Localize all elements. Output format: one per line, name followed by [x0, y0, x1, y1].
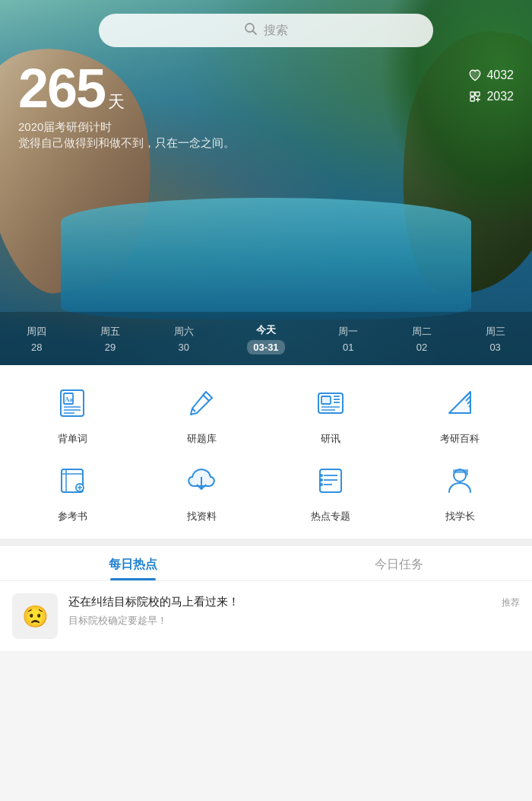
tabs-section: 每日热点 今日任务 😟 还在纠结目标院校的马上看过来！ 目标院校确定要趁早！ 推…: [0, 546, 532, 652]
likes-count: 4032: [486, 68, 514, 82]
search-placeholder-text: 搜索: [264, 23, 288, 39]
menu-item-reference[interactable]: 参考书: [8, 458, 137, 523]
news-subtitle-0: 目标院校确定要趁早！: [68, 614, 491, 628]
svg-point-36: [320, 483, 323, 486]
tabs-header: 每日热点 今日任务: [0, 546, 532, 581]
news-label: 研讯: [321, 432, 340, 446]
question-bank-label: 研题库: [187, 432, 217, 446]
news-content-0: 还在纠结目标院校的马上看过来！ 目标院校确定要趁早！: [68, 593, 491, 628]
tab-today-tasks[interactable]: 今日任务: [266, 546, 532, 580]
vocabulary-label: 背单词: [58, 432, 87, 446]
svg-rect-39: [466, 469, 468, 475]
cal-day-tue[interactable]: 周二 02: [412, 325, 432, 353]
senior-label: 找学长: [445, 510, 475, 523]
heart-icon: [468, 68, 482, 82]
news-icon: [309, 380, 353, 424]
menu-item-news[interactable]: 研讯: [266, 380, 395, 446]
svg-point-34: [320, 474, 323, 477]
svg-rect-4: [470, 97, 474, 101]
tab-daily-hot-label: 每日热点: [109, 557, 157, 573]
encyclopedia-label: 考研百科: [440, 432, 480, 446]
exam-subtitle: 觉得自己做得到和做不到，只在一念之间。: [18, 136, 235, 151]
graduate-icon: [438, 458, 482, 502]
svg-rect-38: [453, 469, 467, 473]
menu-item-senior[interactable]: 找学长: [395, 458, 524, 523]
svg-rect-2: [470, 92, 474, 96]
cal-day-today[interactable]: 今天 03-31: [247, 323, 284, 354]
menu-item-materials[interactable]: 找资料: [137, 458, 266, 523]
menu-item-topics[interactable]: 热点专题: [266, 458, 395, 523]
likes-stat: 4032: [468, 68, 514, 82]
news-avatar-0: 😟: [12, 593, 58, 639]
menu-item-encyclopedia[interactable]: 考研百科: [395, 380, 524, 446]
search-bar[interactable]: 搜索: [99, 14, 433, 47]
share-icon: [468, 90, 482, 103]
hero-stats: 265 天 2020届考研倒计时 觉得自己做得到和做不到，只在一念之间。: [18, 61, 235, 151]
calendar-strip: 周四 28 周五 29 周六 30 今天 03-31 周一 01 周二 02 周…: [0, 312, 532, 365]
days-count: 265: [18, 61, 105, 116]
svg-text:Aa: Aa: [65, 396, 73, 403]
svg-rect-3: [476, 92, 480, 96]
menu-item-question-bank[interactable]: 研题库: [137, 380, 266, 446]
list-icon: [309, 458, 353, 502]
svg-line-1: [253, 31, 257, 35]
hero-right-stats: 4032 2032: [468, 68, 514, 103]
reference-label: 参考书: [58, 510, 87, 523]
materials-label: 找资料: [187, 510, 217, 523]
pen-icon: [179, 380, 223, 424]
cal-day-wed[interactable]: 周三 03: [486, 325, 505, 353]
search-icon: [244, 22, 258, 39]
book-icon: [50, 458, 94, 502]
tab-daily-hot[interactable]: 每日热点: [0, 546, 266, 580]
menu-item-vocabulary[interactable]: Aa 背单词: [8, 380, 137, 446]
shares-stat: 2032: [468, 90, 514, 103]
svg-rect-12: [321, 396, 331, 404]
hero-water: [61, 198, 471, 319]
menu-grid: Aa 背单词 研题库: [8, 380, 524, 523]
download-icon: [179, 458, 223, 502]
hero-section: 搜索 265 天 2020届考研倒计时 觉得自己做得到和做不到，只在一念之间。 …: [0, 0, 532, 365]
tab-today-tasks-label: 今日任务: [375, 557, 423, 573]
tab-active-underline: [110, 578, 156, 580]
ruler-icon: [438, 380, 482, 424]
news-title-0: 还在纠结目标院校的马上看过来！: [68, 593, 491, 611]
cal-day-sat[interactable]: 周六 30: [174, 325, 194, 353]
cal-day-mon[interactable]: 周一 01: [338, 325, 358, 353]
exam-title: 2020届考研倒计时: [18, 120, 235, 135]
vocabulary-icon: Aa: [50, 380, 94, 424]
news-tag-0: 推荐: [502, 593, 520, 609]
cal-day-thu[interactable]: 周四 28: [27, 325, 46, 353]
svg-point-35: [320, 478, 323, 482]
days-unit: 天: [108, 91, 125, 113]
section-divider: [0, 539, 532, 546]
svg-rect-30: [320, 469, 341, 492]
news-item-0[interactable]: 😟 还在纠结目标院校的马上看过来！ 目标院校确定要趁早！ 推荐: [0, 581, 532, 652]
shares-count: 2032: [486, 90, 514, 103]
menu-section: Aa 背单词 研题库: [0, 365, 532, 539]
cal-day-fri[interactable]: 周五 29: [100, 325, 120, 353]
topics-label: 热点专题: [311, 510, 350, 523]
